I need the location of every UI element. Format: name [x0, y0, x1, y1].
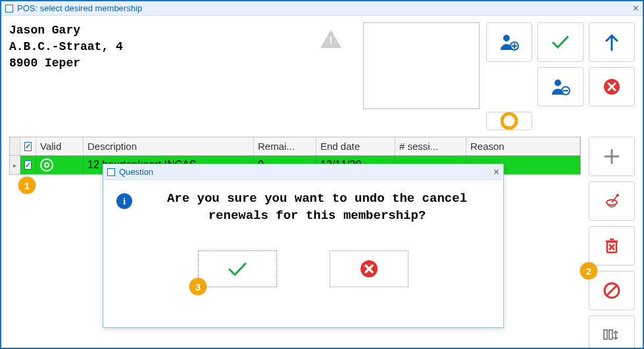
- customer-info: Jason Gary A.B.C.-Straat, 4 8900 Ieper: [9, 22, 207, 130]
- dialog-title: Question: [119, 167, 153, 177]
- svg-point-0: [503, 35, 510, 41]
- columns-button[interactable]: [589, 315, 635, 349]
- header-reason[interactable]: Reason: [466, 137, 580, 155]
- header-description[interactable]: Description: [84, 137, 254, 155]
- row-expand-handle[interactable]: ▸: [10, 156, 20, 174]
- confirm-button[interactable]: [537, 22, 583, 62]
- callout-3: 3: [189, 278, 207, 295]
- header-end-date[interactable]: End date: [316, 137, 395, 155]
- customer-city: 8900 Ieper: [9, 55, 207, 72]
- top-panel: Jason Gary A.B.C.-Straat, 4 8900 Ieper: [1, 16, 643, 137]
- satellite-icon: [603, 192, 621, 210]
- columns-icon: [603, 327, 621, 343]
- plus-icon: [603, 148, 620, 165]
- callout-2: 2: [580, 262, 597, 279]
- forbidden-icon: [603, 281, 621, 300]
- warning-indicator: [308, 22, 354, 55]
- cancel-button[interactable]: [589, 67, 635, 106]
- question-dialog: Question × i Are you sure you want to un…: [103, 164, 504, 328]
- row-checkbox[interactable]: [20, 156, 36, 174]
- window-title: POS: select desired membership: [17, 3, 142, 13]
- remove-person-icon: [551, 78, 570, 96]
- delete-button[interactable]: [589, 226, 635, 266]
- header-remaining[interactable]: Remai...: [254, 137, 316, 155]
- move-up-button[interactable]: [589, 22, 635, 62]
- side-toolbar: [589, 137, 635, 349]
- photo-preview-box: [363, 22, 480, 109]
- header-valid[interactable]: Valid: [36, 137, 84, 155]
- arrow-up-icon: [605, 33, 619, 51]
- add-person-button[interactable]: [486, 22, 532, 62]
- window-titlebar: POS: select desired membership ×: [1, 1, 643, 16]
- action-button-grid: [486, 22, 635, 130]
- svg-point-5: [555, 80, 561, 86]
- dialog-confirm-button[interactable]: [198, 250, 277, 287]
- cancel-icon: [359, 259, 379, 279]
- svg-point-16: [616, 194, 619, 197]
- dialog-close-button[interactable]: ×: [493, 166, 499, 178]
- header-sessions[interactable]: # sessi...: [395, 137, 466, 155]
- svg-line-23: [607, 285, 617, 296]
- trash-icon: [604, 237, 620, 254]
- row-valid-indicator: [36, 156, 84, 174]
- svg-rect-25: [609, 330, 612, 339]
- customer-name: Jason Gary: [9, 22, 207, 39]
- add-person-icon: [499, 33, 519, 51]
- record-button[interactable]: [486, 112, 532, 130]
- window-close-button[interactable]: ×: [633, 3, 639, 14]
- window-icon: [5, 5, 13, 12]
- check-icon: [226, 260, 249, 277]
- dialog-window-icon: [107, 168, 115, 176]
- header-checkbox[interactable]: [20, 137, 36, 155]
- remove-person-button[interactable]: [537, 67, 583, 106]
- cancel-icon: [603, 78, 620, 95]
- dialog-titlebar: Question ×: [103, 164, 503, 180]
- customer-street: A.B.C.-Straat, 4: [9, 39, 207, 55]
- add-button[interactable]: [589, 137, 635, 176]
- satellite-button[interactable]: [589, 181, 635, 221]
- forbidden-button[interactable]: [589, 271, 635, 310]
- svg-point-11: [502, 114, 516, 128]
- pos-window: POS: select desired membership × Jason G…: [0, 0, 644, 349]
- record-icon: [501, 112, 518, 129]
- dialog-message: Are you sure you want to undo the cancel…: [144, 191, 490, 224]
- row-handle-header: [10, 137, 20, 155]
- dialog-cancel-button[interactable]: [330, 250, 409, 287]
- svg-rect-24: [604, 330, 607, 339]
- check-icon: [551, 34, 570, 50]
- info-icon: i: [116, 193, 132, 209]
- warning-icon: [320, 30, 341, 48]
- grid-header-row: Valid Description Remai... End date # se…: [10, 137, 580, 156]
- callout-1: 1: [18, 177, 36, 194]
